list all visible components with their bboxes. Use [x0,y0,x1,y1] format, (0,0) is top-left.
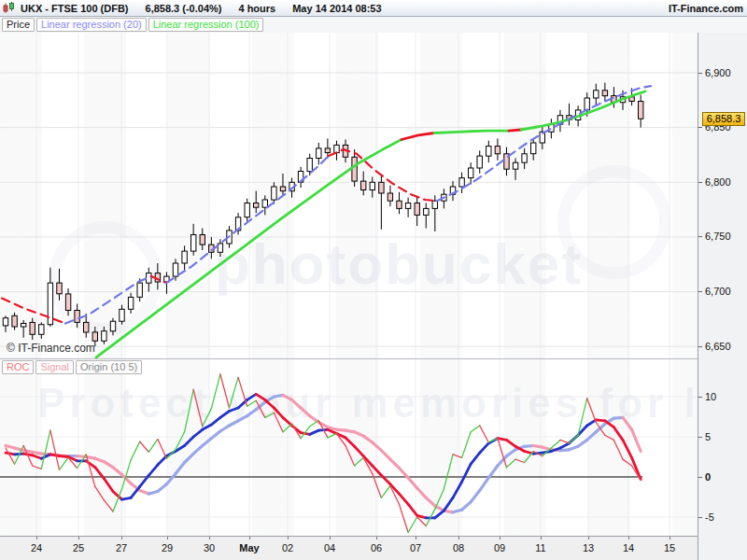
candle [21,324,26,328]
price-axis-label: 6,700 [698,286,747,298]
time-axis-tick [376,537,377,539]
candle [102,331,106,342]
timeframe: 4 hours [238,3,275,14]
candle [334,145,339,152]
candle [486,147,491,157]
price-axis-label: 6,650 [698,341,747,353]
time-axis-label: 11 [527,542,555,553]
candle [12,315,17,327]
tab-signal[interactable]: Signal [35,360,74,374]
time-axis-tick [209,537,210,539]
candle [30,322,35,334]
time-axis-tick [500,537,500,539]
time-axis-tick [416,537,416,539]
time-axis-tick [288,537,289,539]
candle [352,157,357,181]
tab-linear-regression-20[interactable]: Linear regression (20) [36,18,147,32]
candle [128,297,133,309]
time-axis-tick [121,537,122,539]
candle [513,162,517,169]
candle [191,235,196,252]
price-axis[interactable]: 6,858.3 6,9006,8506,8006,7506,7006,65010… [698,33,747,560]
time-axis-label: 24 [22,542,50,553]
candlestick-logo-icon [3,2,16,14]
candle [379,182,384,193]
time-axis[interactable]: 2425272930May02040607080911131415 [0,536,698,560]
brand-text: IT-Finance.com [669,3,743,14]
candle [424,208,429,215]
roc-tab-row: ROC Signal Origin (10 5) [0,360,142,374]
candle [531,143,536,154]
time-axis-label: 08 [444,542,472,553]
price-axis-label: 6,750 [698,231,747,243]
time-axis-label: 02 [274,542,302,553]
time-axis-tick [541,537,542,539]
time-axis-label: 27 [107,542,135,553]
price-chart-panel[interactable]: photobucket © IT-Finance.com [0,33,698,359]
candle [639,102,643,119]
candle [477,156,482,168]
candle [388,193,392,201]
candle [280,187,285,191]
time-axis-tick [588,537,589,539]
time-axis-label: 29 [153,542,181,553]
time-axis-tick [167,537,168,539]
symbol-title: UKX - FTSE 100 (DFB) [21,3,129,14]
candle [147,273,151,284]
time-axis-label: 06 [362,542,390,553]
tab-origin[interactable]: Origin (10 5) [76,360,142,374]
linear-regression-100--line [434,131,509,133]
candle [370,182,374,189]
datetime: May 14 2014 08:53 [292,3,381,14]
time-axis-label: 14 [614,542,642,553]
time-axis-label: 09 [486,542,514,553]
candle [75,311,79,323]
candle [120,309,124,321]
candle [200,235,204,245]
candle [585,98,589,110]
candle [173,263,177,276]
tab-linear-regression-100[interactable]: Linear regression (100) [148,18,264,32]
roc-axis-label: 5 [698,431,747,443]
candle [469,168,473,178]
price-axis-label: 6,900 [698,67,747,79]
time-axis-label: 25 [64,542,92,553]
toolbar: UKX - FTSE 100 (DFB) 6,858.3 (-0.04%) 4 … [0,0,747,17]
candle [39,325,44,335]
legend-tab-row: Price Linear regression (20) Linear regr… [0,17,747,33]
candle [254,203,259,208]
linear-regression-100--line [509,130,521,131]
tab-roc[interactable]: ROC [2,360,34,374]
chart-window: UKX - FTSE 100 (DFB) 6,858.3 (-0.04%) 4 … [0,0,747,560]
time-axis-tick [249,537,250,539]
candle [272,187,276,200]
candle [325,148,330,153]
time-axis-label: May [235,542,263,553]
candle [48,283,52,325]
candle [459,178,464,187]
candle [84,322,89,332]
candle [522,154,527,162]
candle [262,200,267,207]
time-axis-tick [36,537,37,539]
candle [92,332,97,341]
roc-indicator-panel[interactable]: Protect your memories for less! ROC Sign… [0,359,698,536]
time-axis-label: 04 [316,542,344,553]
roc-axis-label: 0 [698,471,747,483]
tab-price[interactable]: Price [2,18,35,32]
roc-chart[interactable] [0,359,698,536]
candle [495,147,500,154]
price-axis-label: 6,800 [698,176,747,189]
candlestick-chart[interactable] [0,33,698,358]
candle [110,321,115,331]
candle [432,201,437,208]
candle [307,159,312,172]
linear-regression-20--line [437,86,651,201]
time-axis-tick [669,537,670,539]
time-axis-label: 15 [655,542,684,553]
linear-regression-20--line [2,299,65,324]
last-price: 6,858.3 [146,3,180,14]
candle [3,318,7,326]
last-price-and-change: 6,858.3 (-0.04%) [146,3,222,14]
copyright-text: © IT-Finance.com [7,342,95,355]
